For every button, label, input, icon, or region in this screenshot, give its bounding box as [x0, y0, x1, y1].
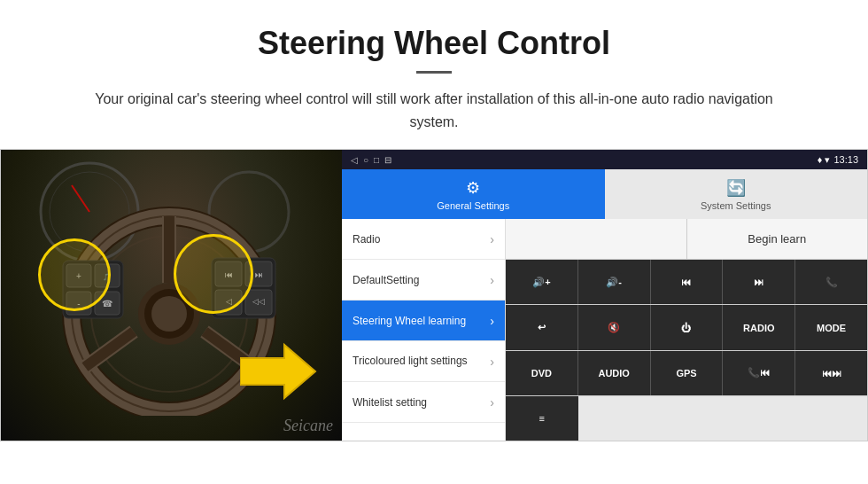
vol-down-button[interactable]: 🔊-	[578, 260, 651, 304]
power-icon: ⏻	[681, 323, 691, 333]
chevron-icon: ›	[490, 395, 494, 410]
track-skip-button[interactable]: ⏮⏭	[795, 351, 867, 395]
phone-button[interactable]: 📞	[795, 260, 867, 304]
watermark: Seicane	[283, 417, 333, 435]
right-highlight-circle	[174, 234, 253, 314]
back-call-icon: ↩	[538, 322, 546, 333]
tab-general-label: General Settings	[437, 200, 509, 211]
chevron-icon: ›	[490, 355, 494, 369]
dvd-label: DVD	[531, 368, 552, 379]
mode-label: MODE	[817, 323, 846, 333]
power-button[interactable]: ⏻	[651, 305, 724, 349]
mute-button[interactable]: 🔇	[578, 305, 651, 349]
blank-area	[506, 219, 687, 259]
phone-prev-button[interactable]: 📞⏮	[723, 351, 795, 395]
vol-up-button[interactable]: 🔊+	[506, 260, 578, 304]
prev-icon: ⏮	[681, 277, 691, 287]
radio-button[interactable]: RADIO	[723, 305, 795, 349]
menu-item-radio[interactable]: Radio ›	[342, 219, 505, 260]
track-skip-icon: ⏮⏭	[822, 368, 841, 379]
audio-button[interactable]: AUDIO	[578, 351, 651, 395]
next-icon: ⏭	[754, 277, 763, 287]
radio-label: RADIO	[743, 323, 774, 333]
subtitle: Your original car's steering wheel contr…	[89, 88, 779, 133]
page-wrapper: Steering Wheel Control Your original car…	[0, 0, 868, 441]
car-image-area: + 🎵 - ☎ ⏮ ⏭ ◁ ◁◁	[1, 150, 342, 441]
home-icon: ○	[363, 155, 368, 165]
title-divider	[416, 71, 452, 74]
prev-track-button[interactable]: ⏮	[651, 260, 724, 304]
top-row: Begin learn	[506, 219, 867, 260]
recent-icon: □	[374, 155, 379, 165]
menu-item-steering[interactable]: Steering Wheel learning ›	[342, 301, 505, 341]
gps-label: GPS	[676, 368, 696, 379]
status-nav-icons: ◁ ○ □ ⊟	[351, 155, 391, 165]
chevron-icon: ›	[490, 232, 494, 246]
vol-up-icon: 🔊+	[532, 277, 550, 288]
button-row-2: ↩ 🔇 ⏻ RADIO MOD	[506, 305, 867, 350]
svg-line-12	[85, 332, 134, 367]
general-settings-icon: ⚙	[466, 178, 480, 198]
menu-item-whitelist[interactable]: Whitelist setting ›	[342, 382, 505, 423]
next-track-button[interactable]: ⏭	[723, 260, 795, 304]
svg-text:⏭: ⏭	[255, 270, 263, 279]
gps-button[interactable]: GPS	[651, 351, 724, 395]
svg-point-17	[151, 296, 187, 332]
menu-grid-icon: ≡	[539, 413, 545, 424]
svg-text:☎: ☎	[102, 299, 112, 308]
back-icon: ◁	[351, 155, 358, 165]
menu-radio-label: Radio	[353, 233, 380, 246]
android-screen: ◁ ○ □ ⊟ ♦ ▾ 13:13 ⚙ General Settings 🔄	[342, 150, 867, 441]
clock: 13:13	[833, 154, 858, 165]
button-grid: 🔊+ 🔊- ⏮ ⏭ 📞	[506, 260, 867, 441]
right-panel: Begin learn 🔊+ 🔊-	[506, 219, 867, 441]
status-bar: ◁ ○ □ ⊟ ♦ ▾ 13:13	[342, 150, 867, 169]
system-settings-icon: 🔄	[726, 178, 746, 198]
button-row-4: ≡	[506, 396, 867, 441]
svg-line-4	[72, 185, 89, 212]
phone-icon: 📞	[825, 277, 838, 288]
signal-icon: ♦ ▾	[818, 154, 831, 166]
vol-down-icon: 🔊-	[606, 277, 622, 288]
left-menu: Radio › DefaultSetting › Steering Wheel …	[342, 219, 506, 441]
menu-item-default[interactable]: DefaultSetting ›	[342, 260, 505, 301]
header-section: Steering Wheel Control Your original car…	[0, 0, 868, 149]
tab-system-label: System Settings	[701, 200, 771, 211]
main-content: Radio › DefaultSetting › Steering Wheel …	[342, 219, 867, 441]
dvd-button[interactable]: DVD	[506, 351, 578, 395]
tab-general-settings[interactable]: ⚙ General Settings	[342, 169, 605, 219]
content-section: + 🎵 - ☎ ⏮ ⏭ ◁ ◁◁	[0, 149, 868, 441]
tab-system-settings[interactable]: 🔄 System Settings	[605, 169, 868, 219]
button-row-3: DVD AUDIO GPS 📞⏮	[506, 351, 867, 396]
button-row-1: 🔊+ 🔊- ⏮ ⏭ 📞	[506, 260, 867, 305]
mode-button[interactable]: MODE	[795, 305, 867, 349]
arrow-svg	[240, 340, 320, 402]
menu-whitelist-label: Whitelist setting	[353, 396, 427, 409]
menu-steering-label: Steering Wheel learning	[353, 315, 466, 327]
menu-grid-button[interactable]: ≡	[506, 396, 578, 441]
phone-prev-icon: 📞⏮	[748, 367, 770, 379]
menu-tricoloured-label: Tricoloured light settings	[353, 355, 468, 367]
menu-default-label: DefaultSetting	[353, 274, 419, 286]
svg-marker-36	[240, 345, 315, 398]
menu-item-tricoloured[interactable]: Tricoloured light settings ›	[342, 341, 505, 382]
mute-icon: 🔇	[608, 322, 620, 333]
begin-learn-button[interactable]: Begin learn	[687, 219, 868, 259]
left-highlight-circle	[38, 238, 111, 311]
page-title: Steering Wheel Control	[53, 25, 815, 62]
chevron-icon: ›	[490, 273, 494, 287]
svg-text:◁◁: ◁◁	[252, 297, 265, 306]
status-right-area: ♦ ▾ 13:13	[818, 154, 858, 166]
menu-icon: ⊟	[384, 155, 391, 165]
chevron-icon: ›	[490, 314, 494, 328]
audio-label: AUDIO	[598, 368, 629, 379]
tab-bar: ⚙ General Settings 🔄 System Settings	[342, 169, 867, 219]
back-button[interactable]: ↩	[506, 305, 578, 349]
